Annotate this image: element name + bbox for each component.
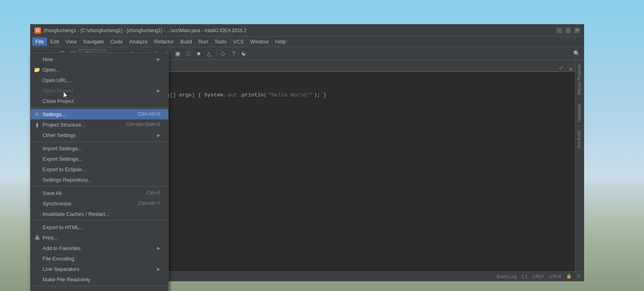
editor-check-icon: ✓ [558, 64, 566, 71]
menu-build[interactable]: Build [177, 37, 195, 46]
menu-refactor[interactable]: Refactor [151, 37, 177, 46]
menu-item-add-to-favorites[interactable]: Add to Favorites ▶ [31, 243, 168, 253]
menu-item-close-project[interactable]: Close Project [31, 96, 168, 106]
right-sidebar-maven[interactable]: Maven Projects [575, 60, 584, 99]
menu-item-power-save[interactable]: Power Save Mode [31, 287, 168, 291]
title-bar-left: IJ zhongfucheng1 - [C:\zhongfucheng1] - … [35, 27, 247, 34]
print-icon: 🖶 [34, 235, 40, 241]
menu-item-make-readonly[interactable]: Make File Read-only [31, 274, 168, 285]
settings-icon: ⚙ [34, 111, 40, 117]
menu-item-export-settings[interactable]: Export Settings... [31, 154, 168, 164]
menu-vcs[interactable]: VCS [230, 37, 247, 46]
toolbar-btn-6[interactable]: △ [204, 49, 214, 58]
open-recent-arrow: ▶ [157, 88, 160, 93]
menu-item-export-eclipse[interactable]: Export to Eclipse... [31, 164, 168, 174]
event-log-label[interactable]: Event Log [497, 274, 517, 279]
minimize-button[interactable]: − [556, 28, 562, 33]
project-structure-icon: ▮ [34, 122, 40, 128]
menu-view[interactable]: View [62, 37, 80, 46]
menu-item-new[interactable]: New ▶ [31, 54, 168, 64]
menu-item-file-encoding[interactable]: File Encoding [31, 253, 168, 264]
menu-edit[interactable]: Edit [47, 37, 62, 46]
lock-icon: 🔒 [566, 274, 572, 279]
menu-item-open[interactable]: 📁 Open... [31, 64, 168, 75]
file-menu-dropdown: New ▶ 📁 Open... Open URL... Open Recent … [30, 52, 169, 291]
search-everywhere-btn[interactable]: 🔍 [572, 49, 581, 58]
menu-item-other-settings[interactable]: Other Settings ▶ [31, 130, 168, 140]
line-separators-arrow: ▶ [157, 266, 160, 272]
cursor-position: 1:1 [522, 274, 528, 279]
menu-item-import-settings[interactable]: Import Settings... [31, 143, 168, 154]
status-icon-2: ☷ [577, 274, 581, 279]
other-settings-arrow: ▶ [157, 133, 160, 138]
right-sidebar-database[interactable]: Database [575, 99, 584, 126]
menu-item-settings-repo[interactable]: Settings Repository... [31, 174, 168, 185]
toolbar-btn-4[interactable]: □ [183, 49, 193, 58]
toolbar-btn-7[interactable]: ◇ [218, 49, 228, 58]
menu-help[interactable]: Help [272, 37, 289, 46]
menu-section-6: Power Save Mode [31, 286, 168, 291]
favorites-arrow: ▶ [157, 246, 160, 251]
open-folder-icon: 📁 [34, 67, 40, 73]
toolbar-separator-3 [216, 49, 216, 57]
right-sidebar-ant[interactable]: Ant Build [575, 126, 584, 152]
synchronize-shortcut: Ctrl+Alt+Y [138, 201, 160, 206]
menu-navigate[interactable]: Navigate [80, 37, 107, 46]
window-title: zhongfucheng1 - [C:\zhongfucheng1] - [zh… [43, 28, 247, 33]
menu-section-4: Save All Ctrl+S Synchronize Ctrl+Alt+Y I… [31, 186, 168, 221]
menu-item-export-html[interactable]: Export to HTML... [31, 222, 168, 232]
project-structure-shortcut: Ctrl+Alt+Shift+S [126, 122, 160, 127]
help-btn[interactable]: ? [229, 49, 238, 58]
menu-item-project-structure[interactable]: ▮ Project Structure... Ctrl+Alt+Shift+S [31, 119, 168, 130]
menu-item-open-recent[interactable]: Open Recent ▶ [31, 85, 168, 96]
title-bar: IJ zhongfucheng1 - [C:\zhongfucheng1] - … [31, 25, 584, 37]
menu-item-settings[interactable]: ⚙ Settings... Ctrl+Alt+S [31, 109, 168, 119]
right-stripe: M [566, 67, 575, 72]
toolbar-btn-8[interactable]: ☯ [239, 49, 249, 58]
menu-section-1: New ▶ 📁 Open... Open URL... Open Recent … [31, 53, 168, 108]
menu-window[interactable]: Window [247, 37, 272, 46]
menu-section-3: Import Settings... Export Settings... Ex… [31, 142, 168, 186]
app-icon: IJ [35, 27, 41, 34]
line-ending[interactable]: CRLF [532, 274, 544, 279]
title-controls: − □ ✕ [556, 28, 580, 33]
toolbar-btn-5[interactable]: ■ [194, 49, 204, 58]
encoding[interactable]: UTF-8 [549, 274, 561, 279]
menu-item-synchronize[interactable]: Synchronize Ctrl+Alt+Y [31, 198, 168, 209]
menu-file[interactable]: File [32, 37, 47, 46]
menu-item-line-separators[interactable]: Line Separators ▶ [31, 264, 168, 274]
menu-item-open-url[interactable]: Open URL... [31, 75, 168, 85]
menu-run[interactable]: Run [195, 37, 211, 46]
menu-item-print[interactable]: 🖶 Print... [31, 232, 168, 243]
menu-item-save-all[interactable]: Save All Ctrl+S [31, 188, 168, 198]
maximize-button[interactable]: □ [565, 28, 571, 33]
menu-section-5: Export to HTML... 🖶 Print... Add to Favo… [31, 221, 168, 286]
menu-section-2: ⚙ Settings... Ctrl+Alt+S ▮ Project Struc… [31, 108, 168, 142]
toolbar-btn-3[interactable]: ▣ [173, 49, 183, 58]
menu-item-invalidate-caches[interactable]: Invalidate Caches / Restart... [31, 209, 168, 219]
status-right: Event Log 1:1 CRLF UTF-8 🔒 ☷ [497, 274, 581, 279]
menu-code[interactable]: Code [107, 37, 126, 46]
settings-shortcut: Ctrl+Alt+S [138, 111, 160, 117]
close-button[interactable]: ✕ [574, 28, 580, 33]
right-sidebar: Maven Projects Database Ant Build [575, 60, 584, 271]
menu-tools[interactable]: Tools [211, 37, 230, 46]
new-arrow: ▶ [157, 57, 160, 62]
save-all-shortcut: Ctrl+S [147, 190, 160, 196]
menu-bar: File Edit View Navigate Code Analyze Ref… [31, 37, 584, 47]
menu-analyze[interactable]: Analyze [126, 37, 151, 46]
